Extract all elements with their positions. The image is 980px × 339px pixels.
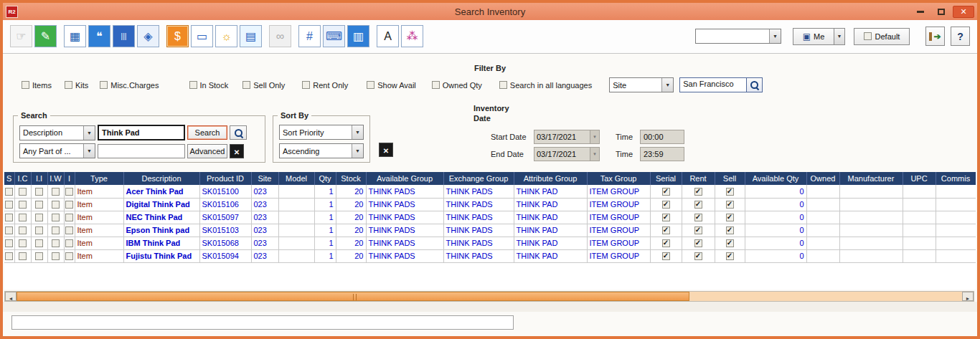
search-query2-input[interactable] xyxy=(98,144,185,158)
column-header-owned[interactable]: Owned xyxy=(806,172,839,185)
cell-available_group[interactable]: THINK PADS xyxy=(366,224,443,237)
site-combo[interactable]: Site xyxy=(609,77,674,92)
cell-tax_group[interactable]: ITEM GROUP xyxy=(587,185,650,198)
table-row[interactable]: ItemNEC Think PadSK015097023120THINK PAD… xyxy=(4,211,976,224)
cell-upc[interactable] xyxy=(903,224,936,237)
cell-stock[interactable]: 20 xyxy=(336,224,366,237)
column-header-description[interactable]: Description xyxy=(123,172,199,185)
cell-owned[interactable] xyxy=(806,198,839,211)
i-checkbox[interactable] xyxy=(65,201,73,209)
cell-available_qty[interactable]: 0 xyxy=(745,211,806,224)
cell-description[interactable]: Epson Think pad xyxy=(123,224,199,237)
search-field-combo[interactable]: Description xyxy=(19,125,95,140)
cell-owned[interactable] xyxy=(806,224,839,237)
column-header-available_group[interactable]: Available Group xyxy=(366,172,443,185)
serial-checkbox[interactable] xyxy=(662,226,670,234)
cell-type[interactable]: Item xyxy=(75,249,123,262)
calendar-dropdown-icon[interactable] xyxy=(590,148,599,161)
cell-qty[interactable]: 1 xyxy=(314,237,336,249)
hash-toolbutton[interactable]: # xyxy=(298,25,321,47)
chevron-down-icon[interactable] xyxy=(352,125,363,139)
cell-exchange_group[interactable]: THINK PADS xyxy=(443,224,514,237)
serial-checkbox[interactable] xyxy=(662,201,670,209)
cell-commission[interactable] xyxy=(936,237,976,249)
bottom-text-input[interactable] xyxy=(11,315,514,330)
cell-attribute_group[interactable]: THINK PAD xyxy=(514,198,587,211)
ii-checkbox[interactable] xyxy=(35,201,43,209)
column-header-exchange_group[interactable]: Exchange Group xyxy=(443,172,514,185)
search-clear-button[interactable] xyxy=(230,144,244,158)
sort-priority-combo[interactable]: Sort Priority xyxy=(279,125,364,140)
table-row[interactable]: ItemFujistu Think PadSK015094023120THINK… xyxy=(4,249,976,262)
search-query-input[interactable]: Think Pad xyxy=(98,125,185,140)
column-header-rent[interactable]: Rent xyxy=(682,172,715,185)
serial-checkbox[interactable] xyxy=(662,239,670,247)
cell-qty[interactable]: 1 xyxy=(314,249,336,262)
cell-product_id[interactable]: SK015100 xyxy=(199,185,251,198)
cell-tax_group[interactable]: ITEM GROUP xyxy=(587,211,650,224)
table-row[interactable]: ItemEpson Think padSK015103023120THINK P… xyxy=(4,224,976,237)
row-select-checkbox[interactable] xyxy=(5,226,13,234)
cell-site[interactable]: 023 xyxy=(251,211,278,224)
schedule-toolbutton[interactable]: ▤ xyxy=(240,25,262,47)
cell-commission[interactable] xyxy=(936,224,976,237)
cell-upc[interactable] xyxy=(903,198,936,211)
cell-type[interactable]: Item xyxy=(75,185,123,198)
column-header-site[interactable]: Site xyxy=(251,172,278,185)
cell-upc[interactable] xyxy=(903,185,936,198)
row-select-checkbox[interactable] xyxy=(5,239,13,247)
cell-tax_group[interactable]: ITEM GROUP xyxy=(587,249,650,262)
rent-checkbox[interactable] xyxy=(694,188,702,196)
rent-checkbox[interactable] xyxy=(694,252,702,260)
rent-checkbox[interactable] xyxy=(694,239,702,247)
cell-product_id[interactable]: SK015068 xyxy=(199,237,251,249)
maximize-button[interactable] xyxy=(932,6,951,18)
i-checkbox[interactable] xyxy=(65,214,73,221)
filter-checkbox-search-in-all-languages[interactable]: Search in all languages xyxy=(499,81,592,90)
advanced-button[interactable]: Advanced xyxy=(187,144,227,158)
cell-qty[interactable]: 1 xyxy=(314,211,336,224)
table-row[interactable]: ItemAcer Think PadSK015100023120THINK PA… xyxy=(4,185,976,198)
ic-checkbox[interactable] xyxy=(19,188,27,196)
column-header-ii[interactable]: I.I xyxy=(31,172,47,185)
column-header-upc[interactable]: UPC xyxy=(903,172,936,185)
search-match-combo[interactable]: Any Part of ... xyxy=(19,143,95,158)
rent-checkbox[interactable] xyxy=(694,226,702,234)
column-header-s[interactable]: S xyxy=(4,172,14,185)
site-search-button[interactable] xyxy=(746,78,762,92)
serial-checkbox[interactable] xyxy=(662,188,670,196)
cell-stock[interactable]: 20 xyxy=(336,249,366,262)
cell-type[interactable]: Item xyxy=(75,237,123,249)
me-dropdown-button[interactable] xyxy=(834,28,845,45)
rent-checkbox[interactable] xyxy=(694,201,702,209)
ii-checkbox[interactable] xyxy=(35,252,43,260)
cell-description[interactable]: Fujistu Think Pad xyxy=(123,249,199,262)
row-select-checkbox[interactable] xyxy=(5,201,13,209)
cell-product_id[interactable]: SK015103 xyxy=(199,224,251,237)
cell-owned[interactable] xyxy=(806,249,839,262)
filter-checkbox-rent-only[interactable]: Rent Only xyxy=(302,81,348,90)
cell-type[interactable]: Item xyxy=(75,198,123,211)
cell-stock[interactable]: 20 xyxy=(336,198,366,211)
cell-owned[interactable] xyxy=(806,211,839,224)
cart-toolbutton[interactable]: $ xyxy=(166,25,189,47)
filter-checkbox-items[interactable]: Items xyxy=(22,81,52,90)
filter-checkbox-owned-qty[interactable]: Owned Qty xyxy=(432,81,482,90)
cell-available_qty[interactable]: 0 xyxy=(745,185,806,198)
cell-attribute_group[interactable]: THINK PAD xyxy=(514,224,587,237)
column-header-manufacturer[interactable]: Manufacturer xyxy=(839,172,903,185)
column-header-model[interactable]: Model xyxy=(278,172,314,185)
filter-checkbox-sell-only[interactable]: Sell Only xyxy=(242,81,285,90)
sell-checkbox[interactable] xyxy=(726,188,734,196)
cell-manufacturer[interactable] xyxy=(839,249,903,262)
column-header-serial[interactable]: Serial xyxy=(650,172,682,185)
column-header-attribute_group[interactable]: Attribute Group xyxy=(514,172,587,185)
cell-owned[interactable] xyxy=(806,185,839,198)
column-header-ic[interactable]: I.C xyxy=(14,172,31,185)
ic-checkbox[interactable] xyxy=(19,252,27,260)
iw-checkbox[interactable] xyxy=(52,201,60,209)
row-select-checkbox[interactable] xyxy=(5,252,13,260)
scroll-left-button[interactable] xyxy=(5,292,17,301)
comments-toolbutton[interactable]: ❝ xyxy=(88,25,110,47)
help-button[interactable]: ? xyxy=(951,27,970,46)
